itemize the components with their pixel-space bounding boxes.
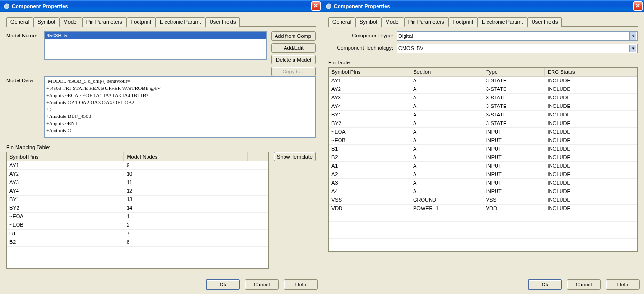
component-tech-label: Component Technology: xyxy=(328,44,397,51)
ok-button[interactable]: Ok xyxy=(528,279,562,290)
column-header[interactable]: Symbol Pins xyxy=(7,152,124,161)
window-title: Component Properties xyxy=(334,3,633,9)
table-row[interactable]: A1AINPUTINCLUDE xyxy=(329,161,637,170)
tab-pin-parameters[interactable]: Pin Parameters xyxy=(404,17,449,27)
tab-general[interactable]: General xyxy=(6,17,33,27)
table-row[interactable]: AY412 xyxy=(7,187,268,195)
pin-table-label: Pin Table: xyxy=(328,60,638,65)
show-template-button[interactable]: Show Template xyxy=(274,152,316,161)
column-header[interactable]: Section xyxy=(410,68,483,76)
column-header[interactable]: Symbol Pins xyxy=(329,68,410,76)
table-row[interactable]: AY19 xyxy=(7,161,268,169)
tab-general[interactable]: General xyxy=(328,17,355,27)
component-tech-value: CMOS_5V xyxy=(398,45,423,51)
table-row xyxy=(329,230,637,238)
table-row[interactable]: A3AINPUTINCLUDE xyxy=(329,178,637,187)
tab-footprint[interactable]: Footprint xyxy=(449,17,478,27)
tab-model[interactable]: Model xyxy=(381,17,404,27)
titlebar: Component Properties ✕ xyxy=(322,0,644,12)
help-button[interactable]: Help xyxy=(606,279,640,290)
model-name-item[interactable]: 4503B_5 xyxy=(45,32,266,39)
table-row[interactable]: ~EOA1 xyxy=(7,212,268,221)
content: GeneralSymbolModelPin ParametersFootprin… xyxy=(322,12,644,274)
tabs: GeneralSymbolModelPin ParametersFootprin… xyxy=(328,17,638,27)
model-buttons: Add from Comp. Add/Edit Delete a Model C… xyxy=(271,31,316,76)
cancel-button[interactable]: Cancel xyxy=(567,279,601,290)
add-from-comp-button[interactable]: Add from Comp. xyxy=(271,31,316,41)
column-header[interactable]: ERC Status xyxy=(545,68,623,76)
table-row xyxy=(329,238,637,247)
table-row[interactable]: BY113 xyxy=(7,195,268,204)
table-row[interactable]: VDDPOWER_1VDDINCLUDE xyxy=(329,204,637,213)
table-row[interactable]: VSSGROUNDVSSINCLUDE xyxy=(329,196,637,204)
table-row[interactable]: B28 xyxy=(7,238,268,246)
component-type-label: Component Type: xyxy=(328,31,397,38)
tab-user-fields[interactable]: User Fields xyxy=(527,17,562,27)
table-row[interactable]: AY210 xyxy=(7,169,268,178)
svg-point-0 xyxy=(4,4,9,9)
chevron-down-icon: ▼ xyxy=(629,45,636,52)
tab-symbol[interactable]: Symbol xyxy=(355,17,381,27)
svg-point-1 xyxy=(326,4,331,9)
table-row[interactable]: A4AINPUTINCLUDE xyxy=(329,187,637,196)
tab-pin-parameters[interactable]: Pin Parameters xyxy=(82,17,127,27)
chevron-down-icon: ▼ xyxy=(629,32,636,40)
bottom-buttons: Ok Cancel Help xyxy=(322,274,644,294)
table-row[interactable]: ~EOB2 xyxy=(7,221,268,229)
table-row[interactable]: AY311 xyxy=(7,178,268,187)
tab-electronic-param-[interactable]: Electronic Param. xyxy=(478,17,527,27)
table-row[interactable]: BY2A3-STATEINCLUDE xyxy=(329,119,637,127)
window-title: Component Properties xyxy=(12,3,311,9)
table-row xyxy=(329,247,637,251)
tab-footprint[interactable]: Footprint xyxy=(127,17,156,27)
pin-mapping-label: Pin Mapping Table: xyxy=(6,144,316,150)
table-row[interactable]: AY3A3-STATEINCLUDE xyxy=(329,93,637,102)
component-type-value: Digital xyxy=(398,33,413,39)
table-row[interactable]: ~EOAAINPUTINCLUDE xyxy=(329,127,637,136)
component-type-select[interactable]: Digital ▼ xyxy=(397,31,638,41)
bottom-buttons: Ok Cancel Help xyxy=(0,274,322,294)
copy-to-button[interactable]: Copy to... xyxy=(271,67,316,76)
column-header[interactable]: Model Nodes xyxy=(124,152,248,161)
table-row[interactable]: AY4A3-STATEINCLUDE xyxy=(329,102,637,110)
table-row[interactable]: B2AINPUTINCLUDE xyxy=(329,153,637,161)
content: GeneralSymbolModelPin ParametersFootprin… xyxy=(0,12,322,274)
model-data-textarea[interactable]: .MODEL 4503B_5 d_chip ( behaviour= " +;4… xyxy=(44,76,316,138)
tab-electronic-param-[interactable]: Electronic Param. xyxy=(156,17,205,27)
table-row[interactable]: AY2A3-STATEINCLUDE xyxy=(329,85,637,93)
table-row[interactable]: BY214 xyxy=(7,204,268,212)
left-window: Component Properties ✕ GeneralSymbolMode… xyxy=(0,0,322,294)
tabs: GeneralSymbolModelPin ParametersFootprin… xyxy=(6,17,316,27)
table-row[interactable]: A2AINPUTINCLUDE xyxy=(329,170,637,178)
close-button[interactable]: ✕ xyxy=(633,1,643,11)
app-icon xyxy=(3,3,10,9)
table-row[interactable]: ~EOBAINPUTINCLUDE xyxy=(329,136,637,144)
table-row[interactable]: B1AINPUTINCLUDE xyxy=(329,144,637,153)
add-edit-button[interactable]: Add/Edit xyxy=(271,43,316,53)
table-row[interactable]: B17 xyxy=(7,229,268,238)
right-window: Component Properties ✕ GeneralSymbolMode… xyxy=(322,0,644,294)
pin-mapping-table[interactable]: Symbol PinsModel Nodes AY19AY210AY311AY4… xyxy=(6,152,269,269)
model-data-label: Model Data: xyxy=(6,76,44,83)
table-row[interactable]: BY1A3-STATEINCLUDE xyxy=(329,110,637,119)
app-icon xyxy=(325,3,332,9)
table-row[interactable]: AY1A3-STATEINCLUDE xyxy=(329,76,637,85)
table-row xyxy=(329,213,637,221)
titlebar: Component Properties ✕ xyxy=(0,0,322,12)
tab-symbol[interactable]: Symbol xyxy=(33,17,59,27)
tab-user-fields[interactable]: User Fields xyxy=(205,17,240,27)
help-button[interactable]: Help xyxy=(284,279,318,290)
tab-model[interactable]: Model xyxy=(59,17,82,27)
column-header[interactable]: Type xyxy=(483,68,545,76)
cancel-button[interactable]: Cancel xyxy=(245,279,279,290)
pin-table[interactable]: Symbol PinsSectionTypeERC Status AY1A3-S… xyxy=(328,67,638,252)
table-row xyxy=(329,221,637,230)
component-tech-select[interactable]: CMOS_5V ▼ xyxy=(397,44,638,53)
model-name-label: Model Name: xyxy=(6,31,44,38)
ok-button[interactable]: Ok xyxy=(206,279,240,290)
model-name-list[interactable]: 4503B_5 xyxy=(44,31,267,60)
delete-model-button[interactable]: Delete a Model xyxy=(271,55,316,64)
close-button[interactable]: ✕ xyxy=(311,1,321,11)
